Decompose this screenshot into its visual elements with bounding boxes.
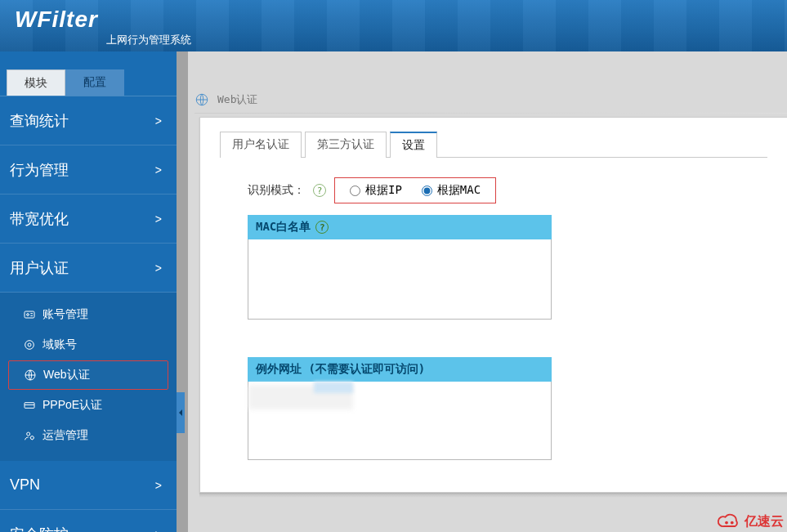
globe-icon xyxy=(24,369,37,382)
logo-block: WFilter 上网行为管理系统 xyxy=(15,7,98,33)
tab-username-auth[interactable]: 用户名认证 xyxy=(220,132,302,158)
submenu-pppoe[interactable]: PPPoE认证 xyxy=(8,391,168,420)
radio-label: 根据MAC xyxy=(437,183,481,198)
submenu-label: 域账号 xyxy=(42,338,77,352)
menu-bandwidth[interactable]: 带宽优化 > xyxy=(0,194,177,244)
chevron-right-icon: > xyxy=(155,479,162,492)
exception-url-textarea[interactable] xyxy=(248,382,552,460)
brand-text: 亿速云 xyxy=(745,513,784,530)
svg-point-3 xyxy=(28,343,31,346)
logo-subtitle: 上网行为管理系统 xyxy=(106,33,191,47)
sidebar-tab-modules[interactable]: 模块 xyxy=(7,69,65,96)
card-icon xyxy=(23,399,36,412)
panel-tabs: 用户名认证 第三方认证 设置 xyxy=(220,131,767,158)
logo-text: WFilter xyxy=(15,7,98,33)
svg-point-10 xyxy=(731,521,734,525)
menu-user-auth[interactable]: 用户认证 > xyxy=(0,244,177,293)
svg-point-1 xyxy=(27,314,29,316)
radio-group-mode: 根据IP 根据MAC xyxy=(334,177,496,203)
section-title: MAC白名单 xyxy=(256,220,311,235)
section-title: 例外网址 (不需要认证即可访问) xyxy=(256,362,425,377)
tab-settings[interactable]: 设置 xyxy=(390,132,437,158)
panel-shadow xyxy=(199,493,787,498)
svg-point-9 xyxy=(725,521,728,525)
svg-point-6 xyxy=(27,432,30,436)
sidebar-tablist: 模块 配置 xyxy=(0,51,177,96)
radio-input-ip[interactable] xyxy=(350,186,360,196)
app-header: WFilter 上网行为管理系统 xyxy=(0,0,787,51)
menu-behavior[interactable]: 行为管理 > xyxy=(0,145,177,194)
menu-label: VPN xyxy=(10,476,40,494)
svg-rect-0 xyxy=(25,311,34,318)
row-identify-mode: 识别模式： ? 根据IP 根据MAC xyxy=(248,177,767,203)
radio-by-mac[interactable]: 根据MAC xyxy=(422,183,481,198)
settings-panel: 用户名认证 第三方认证 设置 识别模式： ? 根据IP 根据MAC xyxy=(199,117,787,493)
id-card-icon xyxy=(23,308,36,321)
user-gear-icon xyxy=(23,429,36,442)
submenu-label: PPPoE认证 xyxy=(42,398,102,413)
sidebar: 模块 配置 查询统计 > 行为管理 > 带宽优化 > 用户认证 > 账号管理 域… xyxy=(0,51,177,532)
menu-label: 带宽优化 xyxy=(10,209,69,229)
submenu-user-auth: 账号管理 域账号 Web认证 PPPoE认证 运营管理 xyxy=(0,293,177,461)
globe-icon xyxy=(195,92,209,107)
redacted-content xyxy=(314,382,353,393)
submenu-web-auth[interactable]: Web认证 xyxy=(8,360,168,390)
submenu-label: 账号管理 xyxy=(42,307,88,322)
chevron-right-icon: > xyxy=(155,114,162,127)
svg-point-7 xyxy=(30,436,34,440)
help-icon[interactable]: ? xyxy=(313,184,326,197)
submenu-account[interactable]: 账号管理 xyxy=(8,300,168,329)
submenu-label: 运营管理 xyxy=(42,428,88,443)
section-exception-url: 例外网址 (不需要认证即可访问) xyxy=(248,357,552,382)
menu-label: 用户认证 xyxy=(10,258,69,278)
sidebar-collapse-handle[interactable] xyxy=(177,392,185,433)
section-mac-whitelist: MAC白名单 ? xyxy=(248,215,552,239)
breadcrumb: Web认证 xyxy=(195,92,257,107)
sidebar-tab-config[interactable]: 配置 xyxy=(65,69,124,96)
target-icon xyxy=(23,338,36,351)
chevron-right-icon: > xyxy=(155,262,162,275)
brand-watermark: 亿速云 xyxy=(717,512,784,530)
divider xyxy=(195,113,787,114)
settings-form: 识别模式： ? 根据IP 根据MAC MAC白名单 ? xyxy=(220,158,767,460)
breadcrumb-title: Web认证 xyxy=(217,92,257,107)
submenu-operate[interactable]: 运营管理 xyxy=(8,421,168,450)
chevron-right-icon: > xyxy=(155,212,162,226)
label-identify-mode: 识别模式： xyxy=(248,183,305,198)
help-icon[interactable]: ? xyxy=(315,221,329,234)
main-content: Web认证 用户名认证 第三方认证 设置 识别模式： ? 根据IP 根据MAC xyxy=(188,51,787,532)
menu-label: 安全防护 xyxy=(10,525,69,532)
radio-input-mac[interactable] xyxy=(422,186,432,196)
svg-point-2 xyxy=(25,341,34,350)
submenu-label: Web认证 xyxy=(43,368,90,382)
chevron-right-icon: > xyxy=(155,528,162,532)
radio-label: 根据IP xyxy=(365,183,402,198)
mac-whitelist-textarea[interactable] xyxy=(248,239,552,320)
menu-label: 行为管理 xyxy=(10,160,69,180)
submenu-domain[interactable]: 域账号 xyxy=(8,330,168,360)
menu-label: 查询统计 xyxy=(10,111,69,131)
svg-rect-5 xyxy=(25,403,34,409)
menu-vpn[interactable]: VPN > xyxy=(0,461,177,510)
cloud-icon xyxy=(717,512,741,530)
menu-security[interactable]: 安全防护 > xyxy=(0,510,177,532)
radio-by-ip[interactable]: 根据IP xyxy=(350,183,402,198)
chevron-right-icon: > xyxy=(155,163,162,177)
tab-thirdparty-auth[interactable]: 第三方认证 xyxy=(305,132,387,158)
menu-query-stats[interactable]: 查询统计 > xyxy=(0,96,177,145)
